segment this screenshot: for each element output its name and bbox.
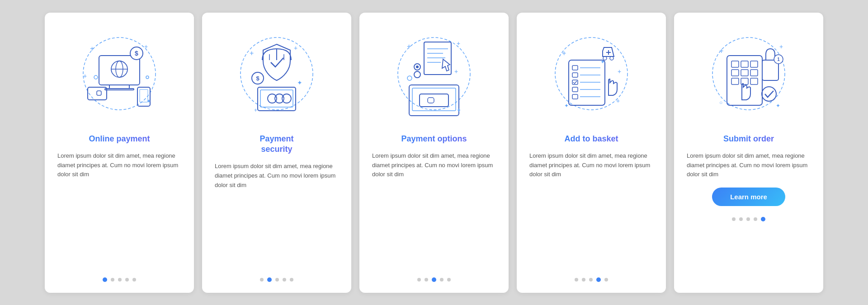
svg-rect-81 xyxy=(731,78,739,84)
dot-3 xyxy=(589,278,593,282)
svg-point-87 xyxy=(762,87,776,101)
svg-rect-3 xyxy=(105,89,134,90)
svg-text:+: + xyxy=(144,43,148,50)
svg-point-65 xyxy=(610,56,613,60)
dot-1 xyxy=(260,278,264,282)
card-title-submit-order: Submit order xyxy=(723,134,774,144)
dot-2 xyxy=(739,217,743,221)
svg-point-16 xyxy=(94,75,98,79)
svg-text:+: + xyxy=(719,47,723,55)
card-text-payment-security: Lorem ipsum dolor sit dim amet, mea regi… xyxy=(215,162,339,268)
svg-rect-76 xyxy=(741,61,748,67)
svg-rect-43 xyxy=(428,98,434,103)
dot-3 xyxy=(275,278,279,282)
svg-text:+: + xyxy=(457,40,460,47)
svg-rect-80 xyxy=(750,70,758,76)
svg-point-17 xyxy=(146,76,149,79)
dot-5 xyxy=(761,217,765,221)
card-title-payment-security: Payment security xyxy=(259,134,293,155)
illustration-submit-order: 1 + + ○ ✦ xyxy=(694,26,803,126)
dot-3 xyxy=(118,278,122,282)
svg-point-45 xyxy=(416,66,419,68)
dot-4 xyxy=(125,278,129,282)
svg-text:○: ○ xyxy=(719,99,722,106)
card-payment-options: + + + ✦ Payment options Lorem ipsum dolo… xyxy=(359,13,509,293)
svg-text:+: + xyxy=(90,45,94,52)
dots-add-to-basket xyxy=(575,277,608,282)
svg-text:+: + xyxy=(407,42,411,50)
svg-point-25 xyxy=(268,94,277,103)
svg-text:+: + xyxy=(83,72,87,80)
card-title-payment-options: Payment options xyxy=(401,134,467,144)
dot-1 xyxy=(732,217,736,221)
card-text-add-to-basket: Lorem ipsum dolor sit dim amet, mea regi… xyxy=(529,151,653,268)
svg-point-27 xyxy=(282,94,291,103)
dot-3 xyxy=(432,277,436,282)
card-5-bottom: Lorem ipsum dolor sit dim amet, mea regi… xyxy=(687,151,811,208)
dot-4 xyxy=(283,278,286,282)
svg-text:+: + xyxy=(250,49,254,57)
svg-text:✦: ✦ xyxy=(776,103,780,109)
illustration-online-payment: $ + + + ✦ xyxy=(65,26,174,126)
dot-3 xyxy=(746,217,750,221)
dot-4 xyxy=(596,277,601,282)
card-submit-order: 1 + + ○ ✦ Submit order Lorem ipsum dolor… xyxy=(674,13,823,293)
svg-text:✦: ✦ xyxy=(457,107,461,113)
card-text-payment-options: Lorem ipsum dolor sit dim amet, mea regi… xyxy=(372,151,496,268)
svg-text:+: + xyxy=(618,68,621,75)
svg-text:+: + xyxy=(562,49,566,57)
learn-more-button[interactable]: Learn more xyxy=(712,188,785,206)
card-title-add-to-basket: Add to basket xyxy=(564,134,618,144)
svg-rect-9 xyxy=(88,87,107,100)
svg-point-26 xyxy=(275,94,284,103)
svg-rect-60 xyxy=(572,87,578,92)
svg-rect-2 xyxy=(109,85,129,89)
dots-online-payment xyxy=(103,277,136,282)
dot-5 xyxy=(290,278,293,282)
dot-1 xyxy=(103,277,107,282)
dots-submit-order xyxy=(732,217,765,221)
svg-rect-75 xyxy=(731,61,739,67)
svg-text:+: + xyxy=(254,107,257,113)
svg-rect-10 xyxy=(97,91,101,95)
svg-text:✦: ✦ xyxy=(564,103,569,109)
dot-5 xyxy=(604,278,608,282)
svg-rect-79 xyxy=(741,70,748,76)
svg-text:+: + xyxy=(294,44,297,52)
dot-4 xyxy=(754,217,757,221)
dot-2 xyxy=(267,277,272,282)
illustration-payment-options: + + + ✦ xyxy=(380,26,488,126)
svg-text:✦: ✦ xyxy=(297,79,302,86)
illustration-add-to-basket: ✦ + + ✦ + xyxy=(537,26,646,126)
svg-rect-56 xyxy=(572,73,578,77)
svg-text:+: + xyxy=(454,68,458,75)
illustration-payment-security: $ + + ✦ + xyxy=(222,26,331,126)
card-text-submit-order: Lorem ipsum dolor sit dim amet, mea regi… xyxy=(687,151,811,179)
dot-1 xyxy=(417,278,421,282)
svg-rect-35 xyxy=(424,42,451,75)
svg-rect-1 xyxy=(99,56,140,85)
dot-5 xyxy=(132,278,136,282)
card-online-payment: $ + + + ✦ Online payment Lorem ipsum dol… xyxy=(45,13,194,293)
dots-payment-options xyxy=(417,277,451,282)
card-add-to-basket: ✦ + + ✦ + Add to basket Lorem ipsum dolo… xyxy=(517,13,666,293)
dot-1 xyxy=(575,278,578,282)
dot-4 xyxy=(440,278,443,282)
svg-text:1: 1 xyxy=(777,57,780,62)
svg-rect-77 xyxy=(750,61,758,67)
card-title-online-payment: Online payment xyxy=(89,134,150,144)
svg-text:$: $ xyxy=(135,50,138,57)
cards-container: $ + + + ✦ Online payment Lorem ipsum dol… xyxy=(45,13,823,293)
svg-rect-62 xyxy=(572,94,578,99)
card-text-online-payment: Lorem ipsum dolor sit dim amet, mea regi… xyxy=(57,151,181,268)
dot-2 xyxy=(582,278,585,282)
dot-2 xyxy=(425,278,428,282)
svg-text:+: + xyxy=(616,97,620,104)
svg-text:+: + xyxy=(779,43,783,50)
svg-point-46 xyxy=(414,71,420,78)
dot-2 xyxy=(111,278,114,282)
card-payment-security: $ + + ✦ + Payment security Lorem ipsum d… xyxy=(202,13,351,293)
dot-5 xyxy=(447,278,451,282)
svg-text:✦: ✦ xyxy=(600,59,605,65)
svg-rect-83 xyxy=(750,78,758,84)
